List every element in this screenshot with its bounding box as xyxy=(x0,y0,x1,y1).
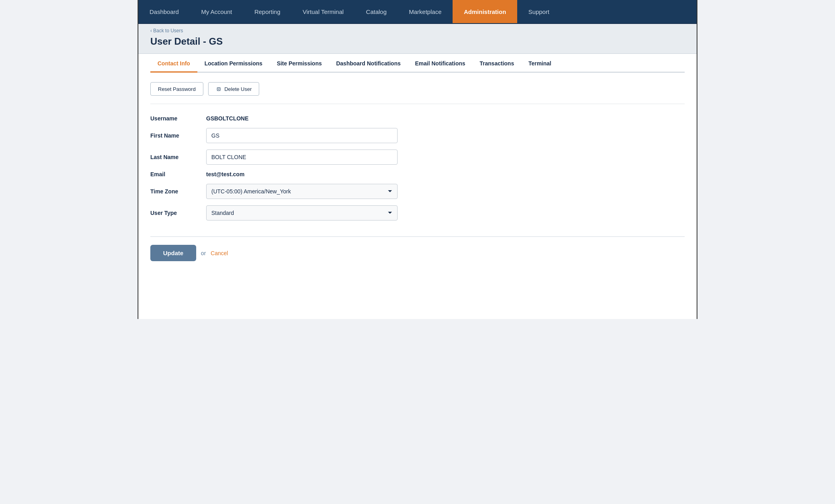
contact-info-form: Username GSBOLTCLONE First Name Last Nam… xyxy=(150,115,685,227)
tab-dashboard-notifications[interactable]: Dashboard Notifications xyxy=(329,55,408,73)
user-type-select[interactable]: Standard xyxy=(206,205,398,220)
page-header: Back to Users User Detail - GS xyxy=(138,24,697,54)
first-name-input[interactable] xyxy=(206,128,398,143)
email-label: Email xyxy=(150,171,206,177)
tab-site-permissions[interactable]: Site Permissions xyxy=(270,55,329,73)
user-type-label: User Type xyxy=(150,210,206,216)
email-value: test@test.com xyxy=(206,171,244,177)
first-name-label: First Name xyxy=(150,132,206,139)
reset-password-button[interactable]: Reset Password xyxy=(150,82,203,96)
last-name-row: Last Name xyxy=(150,150,685,165)
last-name-label: Last Name xyxy=(150,154,206,160)
timezone-select[interactable]: (UTC-05:00) America/New_York xyxy=(206,184,398,199)
update-button[interactable]: Update xyxy=(150,245,196,261)
action-bar: Reset Password ⦻ Delete User xyxy=(150,82,685,104)
nav-dashboard[interactable]: Dashboard xyxy=(138,0,190,23)
tab-terminal[interactable]: Terminal xyxy=(521,55,558,73)
footer-or-text: or xyxy=(201,250,206,256)
tab-location-permissions[interactable]: Location Permissions xyxy=(197,55,270,73)
nav-administration[interactable]: Administration xyxy=(453,0,517,23)
delete-user-button[interactable]: ⦻ Delete User xyxy=(208,82,260,96)
nav-catalog[interactable]: Catalog xyxy=(355,0,398,23)
nav-reporting[interactable]: Reporting xyxy=(243,0,291,23)
nav-support[interactable]: Support xyxy=(517,0,561,23)
timezone-label: Time Zone xyxy=(150,188,206,195)
delete-icon: ⦻ xyxy=(216,86,222,92)
tab-email-notifications[interactable]: Email Notifications xyxy=(408,55,473,73)
timezone-row: Time Zone (UTC-05:00) America/New_York xyxy=(150,184,685,199)
breadcrumb[interactable]: Back to Users xyxy=(150,28,685,33)
nav-marketplace[interactable]: Marketplace xyxy=(398,0,453,23)
username-label: Username xyxy=(150,115,206,122)
last-name-input[interactable] xyxy=(206,150,398,165)
nav-virtual-terminal[interactable]: Virtual Terminal xyxy=(291,0,355,23)
username-row: Username GSBOLTCLONE xyxy=(150,115,685,122)
top-navigation: Dashboard My Account Reporting Virtual T… xyxy=(138,0,697,24)
cancel-link[interactable]: Cancel xyxy=(211,250,228,256)
footer-actions: Update or Cancel xyxy=(150,245,685,261)
user-type-row: User Type Standard xyxy=(150,205,685,220)
email-row: Email test@test.com xyxy=(150,171,685,177)
page-title: User Detail - GS xyxy=(150,36,685,47)
tab-contact-info[interactable]: Contact Info xyxy=(150,55,197,73)
content-area: Contact Info Location Permissions Site P… xyxy=(138,54,697,273)
first-name-row: First Name xyxy=(150,128,685,143)
tab-bar: Contact Info Location Permissions Site P… xyxy=(150,54,685,73)
username-value: GSBOLTCLONE xyxy=(206,115,248,122)
footer-divider xyxy=(150,236,685,237)
nav-my-account[interactable]: My Account xyxy=(190,0,243,23)
tab-transactions[interactable]: Transactions xyxy=(473,55,521,73)
